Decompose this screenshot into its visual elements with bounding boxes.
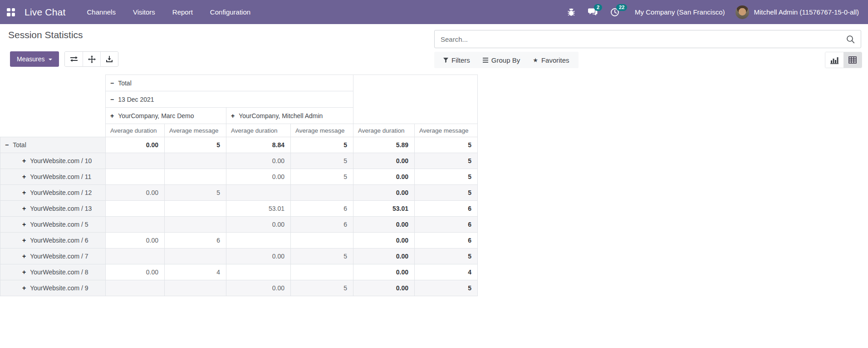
row-header[interactable]: +YourWebsite.com / 13 — [0, 201, 106, 217]
debug-button[interactable] — [561, 0, 582, 24]
chevron-down-icon — [49, 59, 52, 62]
measure-header[interactable]: Average message — [165, 124, 226, 137]
pivot-cell: 0.00 — [106, 137, 165, 153]
menu-configuration[interactable]: Configuration — [201, 0, 259, 24]
search-options-bar: Filters Group By ★ Favorites — [434, 52, 579, 68]
search-icon[interactable] — [840, 35, 861, 44]
row-header[interactable]: +YourWebsite.com / 8 — [0, 264, 106, 280]
table-row: +YourWebsite.com / 11 0.00 5 0.00 5 — [0, 169, 478, 185]
download-button[interactable] — [100, 52, 118, 66]
col-header-date[interactable]: −13 Dec 2021 — [106, 91, 353, 108]
flip-axis-button[interactable] — [65, 52, 83, 66]
avatar — [736, 5, 749, 19]
filters-menu[interactable]: Filters — [437, 56, 476, 64]
menu-report[interactable]: Report — [164, 0, 201, 24]
measure-header[interactable]: Average message — [291, 124, 353, 137]
col-header-total-label: Total — [118, 80, 132, 87]
col-header-operator-marc[interactable]: +YourCompany, Marc Demo — [106, 108, 226, 124]
company-switcher[interactable]: My Company (San Francisco) — [635, 8, 725, 16]
table-row: +YourWebsite.com / 5 0.00 6 0.00 6 — [0, 217, 478, 233]
table-row: +YourWebsite.com / 6 0.00 6 0.00 6 — [0, 233, 478, 249]
pivot-cell — [226, 264, 291, 280]
pivot-cell: 6 — [291, 201, 353, 217]
pivot-cell: 5 — [291, 153, 353, 169]
col-header-date-label: 13 Dec 2021 — [118, 96, 154, 103]
pivot-cell: 0.00 — [106, 185, 165, 201]
pivot-view-button[interactable] — [843, 52, 862, 68]
expand-icon: + — [22, 189, 26, 196]
user-menu[interactable]: Mitchell Admin (11576767-15-0-all) — [736, 5, 862, 19]
pivot-cell: 0.00 — [226, 249, 291, 264]
pivot-cell: 5 — [291, 169, 353, 185]
app-name[interactable]: Live Chat — [25, 7, 66, 18]
measure-header[interactable]: Average message — [415, 124, 478, 137]
measure-header[interactable]: Average duration — [353, 124, 415, 137]
menu-channels[interactable]: Channels — [78, 0, 124, 24]
download-icon — [106, 55, 113, 63]
row-header[interactable]: +YourWebsite.com / 5 — [0, 217, 106, 233]
pivot-cell: 0.00 — [226, 217, 291, 233]
pivot-cell — [106, 217, 165, 233]
expand-icon: + — [22, 173, 26, 180]
pivot-cell: 5 — [415, 249, 478, 264]
pivot-cell — [291, 264, 353, 280]
row-label: YourWebsite.com / 8 — [30, 268, 88, 276]
expand-all-button[interactable] — [83, 52, 100, 66]
measure-header[interactable]: Average duration — [106, 124, 165, 137]
messages-button[interactable]: 2 — [582, 0, 604, 24]
apps-menu-button[interactable] — [0, 0, 22, 24]
row-label: YourWebsite.com / 10 — [30, 157, 92, 164]
expand-icon: + — [22, 157, 26, 164]
pivot-cell: 0.00 — [226, 280, 291, 296]
collapse-icon: − — [5, 141, 9, 149]
bar-chart-icon — [830, 56, 839, 64]
row-header[interactable]: +YourWebsite.com / 11 — [0, 169, 106, 185]
row-label: YourWebsite.com / 13 — [30, 205, 92, 212]
search-input[interactable] — [435, 35, 840, 43]
pivot-cell — [165, 249, 226, 264]
pivot-cell: 0.00 — [353, 233, 415, 249]
filter-icon — [443, 58, 448, 63]
row-header[interactable]: +YourWebsite.com / 9 — [0, 280, 106, 296]
pivot-cell: 6 — [415, 201, 478, 217]
activities-button[interactable]: 22 — [604, 0, 626, 24]
messages-badge: 2 — [594, 4, 602, 11]
col-header-total[interactable]: −Total — [106, 75, 353, 91]
expand-icon: + — [22, 253, 26, 260]
pivot-cell: 5 — [291, 280, 353, 296]
expand-all-icon — [88, 55, 96, 63]
row-header[interactable]: +YourWebsite.com / 10 — [0, 153, 106, 169]
row-header[interactable]: +YourWebsite.com / 7 — [0, 249, 106, 264]
pivot-cell: 5 — [415, 169, 478, 185]
pivot-cell: 5.89 — [353, 137, 415, 153]
expand-icon: + — [22, 284, 26, 292]
expand-icon: + — [22, 237, 26, 244]
pivot-cell: 5 — [165, 185, 226, 201]
graph-view-button[interactable] — [825, 52, 843, 68]
pivot-cell — [106, 169, 165, 185]
pivot-measure-corner — [0, 124, 106, 137]
pivot-cell — [106, 280, 165, 296]
pivot-cell — [106, 201, 165, 217]
group-by-menu[interactable]: Group By — [476, 56, 526, 64]
pivot-cell: 5 — [415, 280, 478, 296]
measure-header[interactable]: Average duration — [226, 124, 291, 137]
menu-visitors[interactable]: Visitors — [124, 0, 164, 24]
favorites-menu[interactable]: ★ Favorites — [526, 56, 575, 64]
pivot-cell — [106, 153, 165, 169]
pivot-cell: 0.00 — [353, 153, 415, 169]
expand-icon: + — [231, 112, 235, 119]
pivot-cell — [226, 233, 291, 249]
row-header[interactable]: +YourWebsite.com / 6 — [0, 233, 106, 249]
measures-button[interactable]: Measures — [10, 51, 59, 67]
row-header-total[interactable]: −Total — [0, 137, 106, 153]
pivot-cell: 0.00 — [106, 264, 165, 280]
pivot-table-area: −Total −13 Dec 2021 +YourCompany, Marc D… — [0, 75, 478, 296]
pivot-cell: 0.00 — [106, 233, 165, 249]
pivot-cell: 0.00 — [353, 169, 415, 185]
col-header-operator-mitchell[interactable]: +YourCompany, Mitchell Admin — [226, 108, 353, 124]
table-row: +YourWebsite.com / 7 0.00 5 0.00 5 — [0, 249, 478, 264]
row-header[interactable]: +YourWebsite.com / 12 — [0, 185, 106, 201]
pivot-cell — [291, 233, 353, 249]
table-row: −Total 0.00 5 8.84 5 5.89 5 — [0, 137, 478, 153]
